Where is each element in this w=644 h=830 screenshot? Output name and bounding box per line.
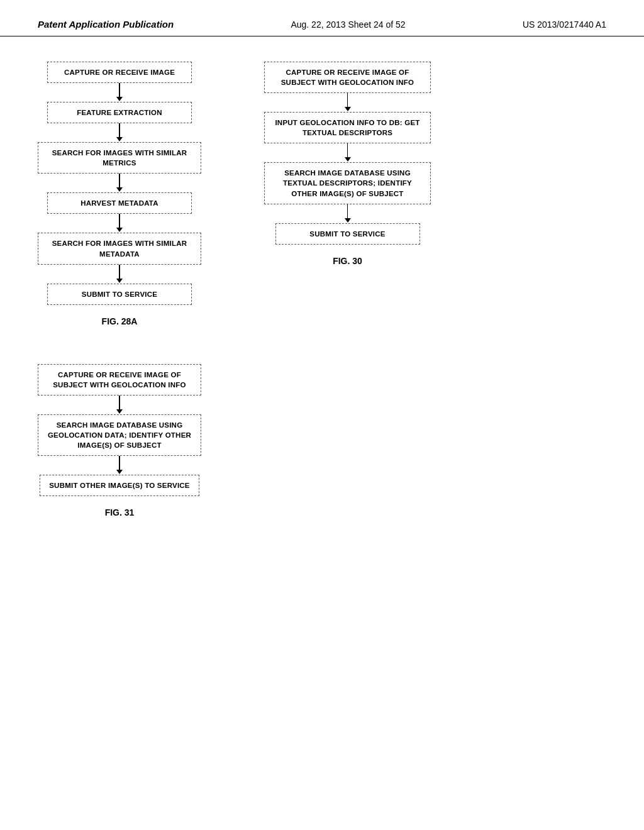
step-31-3: SUBMIT OTHER IMAGE(S) TO SERVICE	[40, 475, 199, 496]
arrow-line	[119, 83, 120, 97]
step-30-2: INPUT GEOLOCATION INFO TO DB: GET TEXTUA…	[264, 112, 431, 143]
arrow-28a-2	[116, 123, 123, 142]
arrow-line	[119, 214, 120, 228]
arrow-head	[345, 218, 351, 223]
step-28a-6: SUBMIT TO SERVICE	[47, 284, 192, 305]
step-28a-5: SEARCH FOR IMAGES WITH SIMILAR METADATA	[38, 233, 201, 264]
arrow-head	[345, 157, 351, 162]
arrow-line	[347, 143, 348, 157]
step-28a-3: SEARCH FOR IMAGES WITH SIMILAR METRICS	[38, 142, 201, 174]
arrow-28a-1	[116, 83, 123, 102]
step-31-2: SEARCH IMAGE DATABASE USING GEOLOCATION …	[38, 414, 201, 456]
arrow-head	[116, 470, 123, 474]
arrow-28a-4	[116, 214, 123, 233]
arrow-line	[119, 265, 120, 279]
step-30-1: CAPTURE OR RECEIVE IMAGE OF SUBJECT WITH…	[264, 62, 431, 93]
fig-30-label: FIG. 30	[333, 256, 362, 266]
arrow-line	[119, 396, 120, 409]
top-row: CAPTURE OR RECEIVE IMAGE FEATURE EXTRACT…	[38, 62, 606, 326]
arrow-line	[347, 93, 348, 107]
page-header: Patent Application Publication Aug. 22, …	[0, 0, 644, 36]
publication-number: US 2013/0217440 A1	[523, 19, 606, 30]
fig-31-label: FIG. 31	[105, 507, 135, 517]
step-28a-1: CAPTURE OR RECEIVE IMAGE	[47, 62, 192, 83]
arrow-head	[116, 409, 123, 414]
arrow-line	[119, 456, 120, 470]
step-28a-4: HARVEST METADATA	[47, 192, 192, 214]
main-content: CAPTURE OR RECEIVE IMAGE FEATURE EXTRACT…	[0, 36, 644, 543]
arrow-line	[119, 123, 120, 137]
step-31-1: CAPTURE OR RECEIVE IMAGE OF SUBJECT WITH…	[38, 364, 201, 396]
fig-28a-label: FIG. 28A	[102, 316, 138, 326]
step-30-3: SEARCH IMAGE DATABASE USING TEXTUAL DESC…	[264, 162, 431, 204]
arrow-line	[119, 174, 120, 187]
arrow-30-1	[345, 93, 351, 112]
diagram-31: CAPTURE OR RECEIVE IMAGE OF SUBJECT WITH…	[38, 364, 201, 518]
arrow-head	[116, 187, 123, 192]
arrow-31-2	[116, 456, 123, 475]
bottom-row: CAPTURE OR RECEIVE IMAGE OF SUBJECT WITH…	[38, 364, 606, 518]
arrow-head	[345, 107, 351, 111]
arrow-head	[116, 279, 123, 283]
arrow-head	[116, 97, 123, 101]
diagram-30: CAPTURE OR RECEIVE IMAGE OF SUBJECT WITH…	[264, 62, 431, 266]
publication-title: Patent Application Publication	[38, 19, 174, 30]
arrow-head	[116, 137, 123, 141]
arrow-28a-3	[116, 174, 123, 192]
arrow-30-3	[345, 204, 351, 223]
arrow-30-2	[345, 143, 351, 162]
diagram-28a: CAPTURE OR RECEIVE IMAGE FEATURE EXTRACT…	[38, 62, 201, 326]
step-30-4: SUBMIT TO SERVICE	[275, 223, 420, 245]
arrow-head	[116, 228, 123, 232]
publication-date-sheet: Aug. 22, 2013 Sheet 24 of 52	[291, 19, 405, 30]
arrow-28a-5	[116, 265, 123, 284]
arrow-line	[347, 204, 348, 218]
step-28a-2: FEATURE EXTRACTION	[47, 102, 192, 123]
arrow-31-1	[116, 396, 123, 414]
